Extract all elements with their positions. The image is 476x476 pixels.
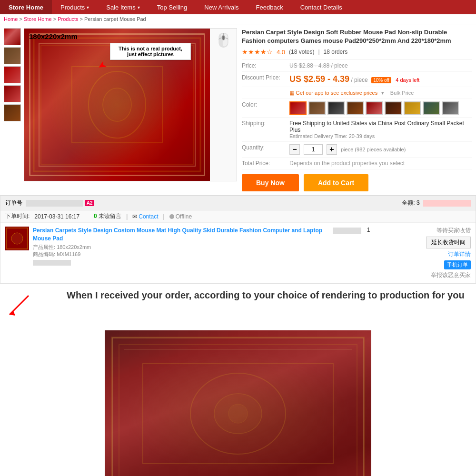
nav-store-home[interactable]: Store Home <box>0 0 52 14</box>
discount-label: Discount Price: <box>242 74 289 84</box>
annotation-section: When I received your order, according to… <box>0 284 476 326</box>
color-swatch-1[interactable] <box>289 101 307 115</box>
offline-status: Offline <box>176 213 192 220</box>
action-buttons: Buy Now Add to Cart <box>242 174 472 191</box>
main-product-image[interactable]: 180x220x2mm 🖱️ This is not a real produc… <box>24 28 237 181</box>
mobile-order-button[interactable]: 手机订单 <box>444 260 471 269</box>
thumbnail-2[interactable] <box>4 47 21 64</box>
vote-count: (18 votes) <box>289 49 314 55</box>
extend-time-button[interactable]: 延长收货时间 <box>426 237 471 248</box>
add-to-cart-button[interactable]: Add to Cart <box>304 174 368 191</box>
price-label: Price: <box>242 62 289 69</box>
svg-point-4 <box>103 88 131 121</box>
days-left: 4 days left <box>396 77 419 83</box>
nav-top-selling[interactable]: Top Selling <box>149 0 196 14</box>
buy-now-button[interactable]: Buy Now <box>242 174 299 191</box>
price-table: Price: US $2.88 - 4.88 / piece Discount … <box>242 60 472 169</box>
price-row: Price: US $2.88 - 4.88 / piece <box>242 60 472 72</box>
thumbnail-1[interactable] <box>4 28 21 45</box>
breadcrumb-current: Persian carpet Mouse Pad <box>84 16 146 22</box>
color-swatch-9[interactable] <box>442 101 459 115</box>
nav-bar: Store Home Products ▾ Sale Items ▾ Top S… <box>0 0 476 14</box>
color-swatch-5[interactable] <box>366 101 383 115</box>
color-swatch-4[interactable] <box>347 101 364 115</box>
color-swatch-3[interactable] <box>327 101 345 115</box>
quantity-stepper: − + piece (982 pieces available) <box>289 144 472 155</box>
thumbnail-3[interactable] <box>4 66 21 83</box>
discount-row: Discount Price: US $2.59 - 4.39 / piece … <box>242 72 472 87</box>
delivery-note: Estimated Delivery Time: 20-39 days <box>289 133 472 139</box>
mouse-icon: 🖱️ <box>215 32 232 48</box>
thumbnail-4[interactable] <box>4 85 21 102</box>
order-count: 18 orders <box>324 49 348 55</box>
app-price-row: ▦ Get our app to see exclusive prices ▾ … <box>242 87 472 99</box>
color-swatch-7[interactable] <box>404 101 421 115</box>
order-section: 订单号 A2 全额: $ 下单时间: 2017-03-31 16:17 0 未读… <box>0 196 476 284</box>
order-id-area: 订单号 A2 <box>5 199 94 207</box>
thumbnail-5[interactable] <box>4 104 21 121</box>
order-status: 等待买家收货 <box>436 227 471 235</box>
order-total-label: 全额: $ <box>402 199 419 206</box>
app-price-link[interactable]: Get our app to see exclusive prices <box>296 90 377 96</box>
breadcrumb-products[interactable]: Products <box>58 16 78 22</box>
svg-point-7 <box>11 233 23 244</box>
price-redacted-bar <box>333 228 361 234</box>
nav-new-arrivals[interactable]: New Arrivals <box>196 0 247 14</box>
nav-feedback[interactable]: Feedback <box>248 0 292 14</box>
app-price-arrow: ▾ <box>381 90 384 96</box>
breadcrumb-store-home[interactable]: Store Home <box>24 16 52 22</box>
bulk-price-label: Bulk Price <box>390 90 414 96</box>
order-actions: 等待买家收货 延长收货时间 订单详情 手机订单 举报该恶意买家 <box>376 227 471 279</box>
order-subrow: 下单时间: 2017-03-31 16:17 0 未读留言 | ✉ Contac… <box>0 210 476 222</box>
total-price-label: Total Price: <box>242 160 289 167</box>
discount-badge: 10% off <box>371 77 391 83</box>
qty-decrease-button[interactable]: − <box>289 144 300 155</box>
rating-number: 4.0 <box>277 49 285 56</box>
color-row: Color: <box>242 99 472 118</box>
per-piece: / piece <box>351 77 367 83</box>
order-id-value <box>26 200 83 207</box>
carpet-photo <box>105 330 371 476</box>
qty-available: piece (982 pieces available) <box>341 147 406 152</box>
color-swatch-8[interactable] <box>423 101 440 115</box>
color-swatch-6[interactable] <box>385 101 402 115</box>
color-swatches <box>289 101 472 115</box>
order-item-title[interactable]: Persian Carpets Style Design Costom Mous… <box>33 227 333 243</box>
product-area: 180x220x2mm 🖱️ This is not a real produc… <box>0 24 476 196</box>
order-date-value: 2017-03-31 16:17 <box>34 213 79 220</box>
nav-products[interactable]: Products ▾ <box>52 0 98 14</box>
report-buyer-button[interactable]: 举报该恶意买家 <box>431 271 471 279</box>
order-detail-link[interactable]: 订单详情 <box>448 250 471 258</box>
total-price-row: Total Price: Depends on the product prop… <box>242 158 472 169</box>
order-item-thumbnail <box>5 227 29 250</box>
color-label: Color: <box>242 101 289 115</box>
color-swatch-2[interactable] <box>308 101 326 115</box>
svg-point-15 <box>228 404 248 423</box>
nav-sale-items[interactable]: Sale Items ▾ <box>98 0 148 14</box>
order-item-code: 商品编码: MXM1169 <box>33 251 333 258</box>
price-value: US $2.88 - 4.88 / piece <box>289 62 472 69</box>
qty-increase-button[interactable]: + <box>327 144 337 155</box>
shipping-value: Free Shipping to United States via China… <box>289 120 472 133</box>
discount-price: US $2.59 - 4.39 <box>289 74 349 84</box>
thumbnail-list <box>4 28 21 181</box>
order-total-value <box>423 200 471 207</box>
image-section: 180x220x2mm 🖱️ This is not a real produc… <box>4 28 237 191</box>
product-size-label: 180x220x2mm <box>29 32 78 40</box>
msg-count: 0 <box>94 213 97 219</box>
blurred-price-bar <box>33 260 71 266</box>
contact-link[interactable]: Contact <box>139 213 158 220</box>
shipping-label: Shipping: <box>242 120 289 139</box>
msg-label: 未读留言 <box>99 213 121 219</box>
breadcrumb: Home > Store Home > Products > Persian c… <box>0 14 476 24</box>
offline-dot-icon <box>169 214 174 219</box>
annotation-bubble: This is not a real product, just effect … <box>110 43 191 60</box>
order-item-price-area <box>333 227 361 234</box>
product-title: Persian Carpet Style Design Soft Rubber … <box>242 28 472 45</box>
order-header: 订单号 A2 全额: $ <box>0 196 476 210</box>
order-id-label: 订单号 <box>5 199 22 206</box>
qty-input[interactable] <box>304 144 323 155</box>
nav-contact-details[interactable]: Contact Details <box>292 0 351 14</box>
breadcrumb-home[interactable]: Home <box>4 16 18 22</box>
quantity-label: Quantity: <box>242 144 289 155</box>
